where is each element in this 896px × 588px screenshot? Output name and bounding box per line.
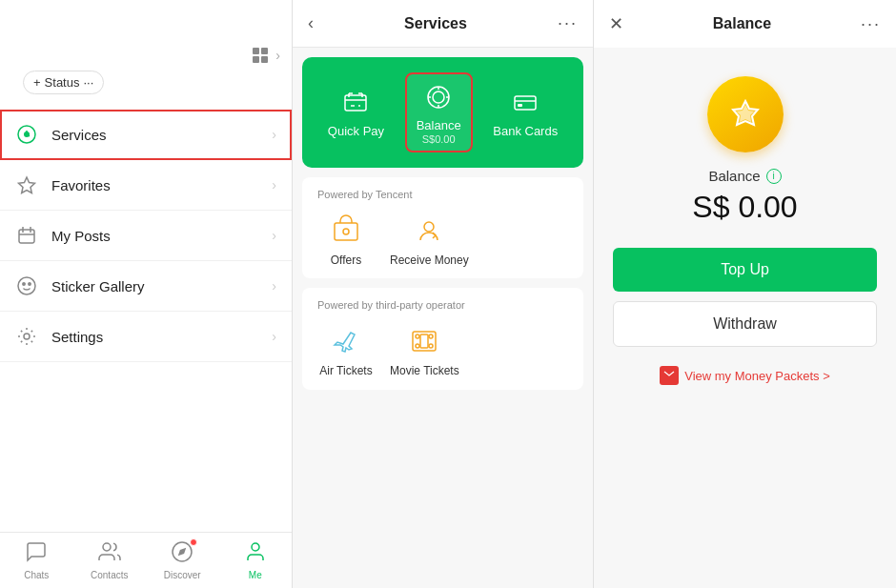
svg-marker-10 (178, 548, 186, 556)
quickpay-label: Quick Pay (328, 124, 384, 138)
receive-money-label: Receive Money (390, 253, 469, 267)
svg-rect-12 (345, 95, 366, 111)
money-packets-label: View my Money Packets > (684, 369, 830, 383)
thirdparty-service-items: Air Tickets Movie Tickets (317, 322, 568, 377)
svg-point-4 (18, 277, 35, 294)
quickpay-item[interactable]: Quick Pay (328, 86, 384, 139)
status-more-icon: ··· (83, 75, 93, 90)
svg-point-24 (429, 344, 433, 348)
balance-title-row: Balance i (708, 168, 781, 184)
sidebar-item-sticker[interactable]: Sticker Gallery › (0, 261, 292, 312)
profile-area: › + Status ··· (0, 0, 292, 110)
svg-point-14 (433, 91, 444, 103)
svg-rect-17 (335, 223, 357, 240)
middle-header: ‹ Services ··· (293, 0, 593, 48)
svg-point-8 (103, 543, 111, 551)
favorites-label: Favorites (51, 177, 272, 193)
services-card: Quick Pay Balance S$0.00 (302, 57, 583, 168)
balance-content: Balance i S$ 0.00 Top Up Withdraw View m… (594, 48, 896, 404)
contacts-label: Contacts (91, 570, 128, 580)
balance-amount-text: S$ 0.00 (692, 190, 797, 225)
movie-tickets-item[interactable]: Movie Tickets (390, 322, 459, 377)
svg-rect-16 (518, 104, 522, 107)
coin-icon (707, 76, 784, 152)
svg-point-13 (428, 87, 449, 108)
sticker-icon (15, 274, 38, 297)
discover-label: Discover (164, 570, 201, 580)
nav-discover[interactable]: Discover (146, 533, 219, 588)
balance-sublabel: S$0.00 (422, 133, 456, 145)
movie-tickets-icon (405, 322, 443, 360)
back-button[interactable]: ‹ (308, 13, 314, 33)
topup-button[interactable]: Top Up (613, 248, 877, 292)
services-icon (15, 123, 38, 146)
discover-badge (190, 538, 197, 546)
sidebar-item-myposts[interactable]: My Posts › (0, 211, 292, 261)
svg-point-7 (24, 334, 30, 339)
nav-contacts[interactable]: Contacts (73, 533, 147, 588)
thirdparty-section: Powered by third-party operator Air Tick… (302, 288, 583, 389)
offers-icon (327, 212, 365, 250)
svg-rect-15 (515, 96, 536, 110)
favorites-icon (15, 173, 38, 196)
sidebar-item-settings[interactable]: Settings › (0, 312, 292, 362)
receive-money-icon (410, 212, 448, 250)
movie-tickets-label: Movie Tickets (390, 364, 459, 377)
air-tickets-label: Air Tickets (319, 364, 372, 377)
balance-item[interactable]: Balance S$0.00 (405, 72, 473, 152)
status-button[interactable]: + Status ··· (23, 71, 104, 94)
nav-chats[interactable]: Chats (0, 533, 73, 588)
bankcards-icon (508, 86, 542, 120)
money-packets-link[interactable]: View my Money Packets > (660, 366, 830, 385)
svg-point-1 (24, 132, 30, 137)
svg-point-19 (424, 222, 434, 232)
svg-rect-3 (19, 230, 34, 243)
middle-more-button[interactable]: ··· (558, 13, 578, 33)
myposts-label: My Posts (51, 228, 272, 244)
settings-chevron: › (272, 329, 276, 344)
menu-list: Services › Favorites › My Posts › (0, 110, 292, 532)
close-button[interactable]: ✕ (609, 13, 623, 34)
left-panel: › + Status ··· Services › (0, 0, 293, 588)
me-icon (244, 540, 267, 568)
favorites-chevron: › (272, 177, 276, 193)
chats-icon (25, 540, 48, 568)
grid-icon[interactable] (253, 48, 268, 63)
expand-icon[interactable]: › (275, 48, 280, 63)
svg-point-11 (252, 543, 259, 551)
services-chevron: › (272, 127, 276, 142)
balance-info-icon[interactable]: i (766, 169, 782, 184)
quickpay-icon (338, 86, 373, 120)
status-label: Status (45, 75, 80, 90)
svg-point-5 (23, 283, 25, 285)
receive-money-item[interactable]: Receive Money (390, 212, 469, 267)
bankcards-item[interactable]: Bank Cards (493, 86, 558, 139)
right-panel: ✕ Balance ··· Balance i S$ 0.00 Top Up W… (594, 0, 896, 588)
sidebar-item-services[interactable]: Services › (0, 110, 292, 160)
sticker-label: Sticker Gallery (51, 278, 272, 294)
services-label: Services (51, 127, 272, 143)
svg-point-23 (416, 344, 419, 348)
withdraw-button[interactable]: Withdraw (613, 301, 877, 347)
settings-icon (15, 325, 38, 348)
tencent-service-items: Offers Receive Money (317, 212, 568, 267)
nav-me[interactable]: Me (219, 533, 293, 588)
svg-marker-2 (19, 177, 35, 193)
svg-rect-25 (420, 335, 428, 348)
air-tickets-item[interactable]: Air Tickets (317, 322, 375, 377)
sidebar-item-favorites[interactable]: Favorites › (0, 160, 292, 211)
balance-title-text: Balance (708, 168, 760, 184)
svg-point-21 (416, 335, 419, 338)
discover-icon (171, 540, 193, 568)
chats-label: Chats (24, 570, 49, 580)
thirdparty-powered-label: Powered by third-party operator (317, 299, 568, 311)
balance-header: ✕ Balance ··· (594, 0, 896, 48)
sticker-chevron: › (272, 278, 276, 294)
settings-label: Settings (51, 329, 272, 345)
svg-point-6 (29, 283, 31, 285)
tencent-powered-label: Powered by Tencent (317, 189, 568, 200)
balance-icon (421, 80, 456, 114)
balance-more-button[interactable]: ··· (861, 14, 881, 34)
offers-item[interactable]: Offers (317, 212, 375, 267)
svg-point-22 (429, 335, 433, 338)
